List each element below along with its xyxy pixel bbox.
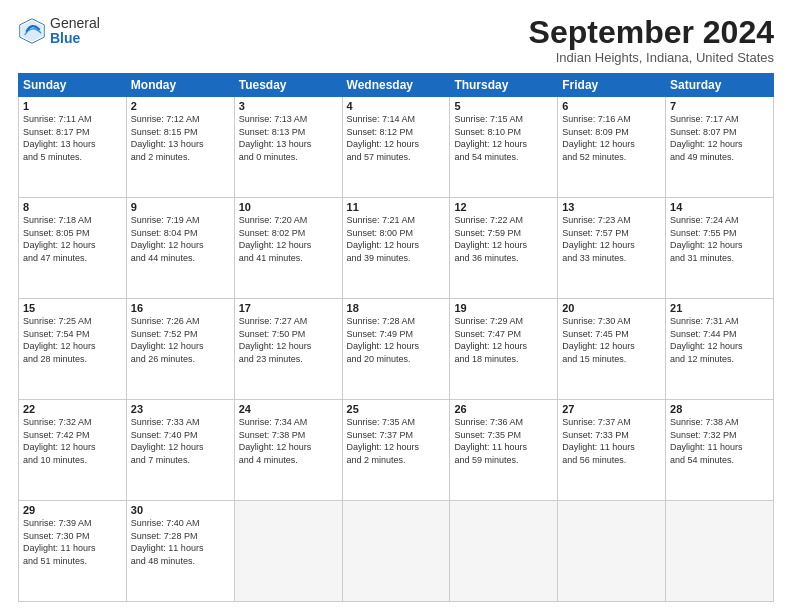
day-info: Sunrise: 7:12 AMSunset: 8:15 PMDaylight:… <box>131 113 230 163</box>
col-saturday: Saturday <box>666 74 774 97</box>
table-row: 21Sunrise: 7:31 AMSunset: 7:44 PMDayligh… <box>666 299 774 400</box>
day-info: Sunrise: 7:35 AMSunset: 7:37 PMDaylight:… <box>347 416 446 466</box>
day-info: Sunrise: 7:13 AMSunset: 8:13 PMDaylight:… <box>239 113 338 163</box>
title-section: September 2024 Indian Heights, Indiana, … <box>529 16 774 65</box>
day-info: Sunrise: 7:30 AMSunset: 7:45 PMDaylight:… <box>562 315 661 365</box>
table-row: 18Sunrise: 7:28 AMSunset: 7:49 PMDayligh… <box>342 299 450 400</box>
day-info: Sunrise: 7:36 AMSunset: 7:35 PMDaylight:… <box>454 416 553 466</box>
month-title: September 2024 <box>529 16 774 48</box>
day-number: 3 <box>239 100 338 112</box>
table-row: 5Sunrise: 7:15 AMSunset: 8:10 PMDaylight… <box>450 97 558 198</box>
col-tuesday: Tuesday <box>234 74 342 97</box>
day-number: 2 <box>131 100 230 112</box>
table-row: 13Sunrise: 7:23 AMSunset: 7:57 PMDayligh… <box>558 198 666 299</box>
day-number: 21 <box>670 302 769 314</box>
table-row: 17Sunrise: 7:27 AMSunset: 7:50 PMDayligh… <box>234 299 342 400</box>
day-number: 26 <box>454 403 553 415</box>
table-row <box>234 501 342 602</box>
day-number: 19 <box>454 302 553 314</box>
calendar-week-row: 1Sunrise: 7:11 AMSunset: 8:17 PMDaylight… <box>19 97 774 198</box>
table-row: 4Sunrise: 7:14 AMSunset: 8:12 PMDaylight… <box>342 97 450 198</box>
day-number: 29 <box>23 504 122 516</box>
day-number: 11 <box>347 201 446 213</box>
day-info: Sunrise: 7:32 AMSunset: 7:42 PMDaylight:… <box>23 416 122 466</box>
day-info: Sunrise: 7:37 AMSunset: 7:33 PMDaylight:… <box>562 416 661 466</box>
day-info: Sunrise: 7:16 AMSunset: 8:09 PMDaylight:… <box>562 113 661 163</box>
logo-text: General Blue <box>50 16 100 47</box>
day-number: 22 <box>23 403 122 415</box>
table-row: 2Sunrise: 7:12 AMSunset: 8:15 PMDaylight… <box>126 97 234 198</box>
table-row: 29Sunrise: 7:39 AMSunset: 7:30 PMDayligh… <box>19 501 127 602</box>
calendar-table: Sunday Monday Tuesday Wednesday Thursday… <box>18 73 774 602</box>
logo-icon <box>18 17 46 45</box>
table-row: 27Sunrise: 7:37 AMSunset: 7:33 PMDayligh… <box>558 400 666 501</box>
day-number: 25 <box>347 403 446 415</box>
day-number: 28 <box>670 403 769 415</box>
day-info: Sunrise: 7:11 AMSunset: 8:17 PMDaylight:… <box>23 113 122 163</box>
calendar-week-row: 29Sunrise: 7:39 AMSunset: 7:30 PMDayligh… <box>19 501 774 602</box>
day-info: Sunrise: 7:14 AMSunset: 8:12 PMDaylight:… <box>347 113 446 163</box>
day-number: 5 <box>454 100 553 112</box>
table-row: 26Sunrise: 7:36 AMSunset: 7:35 PMDayligh… <box>450 400 558 501</box>
day-number: 24 <box>239 403 338 415</box>
day-info: Sunrise: 7:33 AMSunset: 7:40 PMDaylight:… <box>131 416 230 466</box>
day-info: Sunrise: 7:19 AMSunset: 8:04 PMDaylight:… <box>131 214 230 264</box>
table-row: 24Sunrise: 7:34 AMSunset: 7:38 PMDayligh… <box>234 400 342 501</box>
day-number: 30 <box>131 504 230 516</box>
header: General Blue September 2024 Indian Heigh… <box>18 16 774 65</box>
day-number: 18 <box>347 302 446 314</box>
table-row: 23Sunrise: 7:33 AMSunset: 7:40 PMDayligh… <box>126 400 234 501</box>
table-row: 12Sunrise: 7:22 AMSunset: 7:59 PMDayligh… <box>450 198 558 299</box>
day-number: 23 <box>131 403 230 415</box>
day-info: Sunrise: 7:24 AMSunset: 7:55 PMDaylight:… <box>670 214 769 264</box>
day-info: Sunrise: 7:27 AMSunset: 7:50 PMDaylight:… <box>239 315 338 365</box>
day-info: Sunrise: 7:22 AMSunset: 7:59 PMDaylight:… <box>454 214 553 264</box>
table-row <box>450 501 558 602</box>
day-number: 10 <box>239 201 338 213</box>
day-number: 14 <box>670 201 769 213</box>
day-number: 9 <box>131 201 230 213</box>
day-number: 8 <box>23 201 122 213</box>
table-row: 16Sunrise: 7:26 AMSunset: 7:52 PMDayligh… <box>126 299 234 400</box>
table-row: 10Sunrise: 7:20 AMSunset: 8:02 PMDayligh… <box>234 198 342 299</box>
table-row: 14Sunrise: 7:24 AMSunset: 7:55 PMDayligh… <box>666 198 774 299</box>
day-info: Sunrise: 7:34 AMSunset: 7:38 PMDaylight:… <box>239 416 338 466</box>
day-info: Sunrise: 7:38 AMSunset: 7:32 PMDaylight:… <box>670 416 769 466</box>
location: Indian Heights, Indiana, United States <box>529 50 774 65</box>
calendar-week-row: 15Sunrise: 7:25 AMSunset: 7:54 PMDayligh… <box>19 299 774 400</box>
day-number: 15 <box>23 302 122 314</box>
logo-blue-text: Blue <box>50 31 100 46</box>
table-row: 30Sunrise: 7:40 AMSunset: 7:28 PMDayligh… <box>126 501 234 602</box>
day-number: 1 <box>23 100 122 112</box>
day-info: Sunrise: 7:39 AMSunset: 7:30 PMDaylight:… <box>23 517 122 567</box>
day-number: 17 <box>239 302 338 314</box>
day-number: 12 <box>454 201 553 213</box>
day-info: Sunrise: 7:26 AMSunset: 7:52 PMDaylight:… <box>131 315 230 365</box>
day-info: Sunrise: 7:20 AMSunset: 8:02 PMDaylight:… <box>239 214 338 264</box>
day-info: Sunrise: 7:31 AMSunset: 7:44 PMDaylight:… <box>670 315 769 365</box>
table-row: 25Sunrise: 7:35 AMSunset: 7:37 PMDayligh… <box>342 400 450 501</box>
calendar-week-row: 8Sunrise: 7:18 AMSunset: 8:05 PMDaylight… <box>19 198 774 299</box>
day-info: Sunrise: 7:15 AMSunset: 8:10 PMDaylight:… <box>454 113 553 163</box>
table-row: 19Sunrise: 7:29 AMSunset: 7:47 PMDayligh… <box>450 299 558 400</box>
day-number: 6 <box>562 100 661 112</box>
day-number: 27 <box>562 403 661 415</box>
col-wednesday: Wednesday <box>342 74 450 97</box>
day-number: 7 <box>670 100 769 112</box>
day-info: Sunrise: 7:25 AMSunset: 7:54 PMDaylight:… <box>23 315 122 365</box>
day-info: Sunrise: 7:29 AMSunset: 7:47 PMDaylight:… <box>454 315 553 365</box>
calendar-week-row: 22Sunrise: 7:32 AMSunset: 7:42 PMDayligh… <box>19 400 774 501</box>
day-info: Sunrise: 7:17 AMSunset: 8:07 PMDaylight:… <box>670 113 769 163</box>
logo: General Blue <box>18 16 100 47</box>
day-number: 4 <box>347 100 446 112</box>
col-friday: Friday <box>558 74 666 97</box>
table-row <box>558 501 666 602</box>
table-row: 6Sunrise: 7:16 AMSunset: 8:09 PMDaylight… <box>558 97 666 198</box>
table-row: 9Sunrise: 7:19 AMSunset: 8:04 PMDaylight… <box>126 198 234 299</box>
table-row <box>666 501 774 602</box>
table-row: 1Sunrise: 7:11 AMSunset: 8:17 PMDaylight… <box>19 97 127 198</box>
col-thursday: Thursday <box>450 74 558 97</box>
calendar-header-row: Sunday Monday Tuesday Wednesday Thursday… <box>19 74 774 97</box>
day-info: Sunrise: 7:23 AMSunset: 7:57 PMDaylight:… <box>562 214 661 264</box>
day-number: 20 <box>562 302 661 314</box>
